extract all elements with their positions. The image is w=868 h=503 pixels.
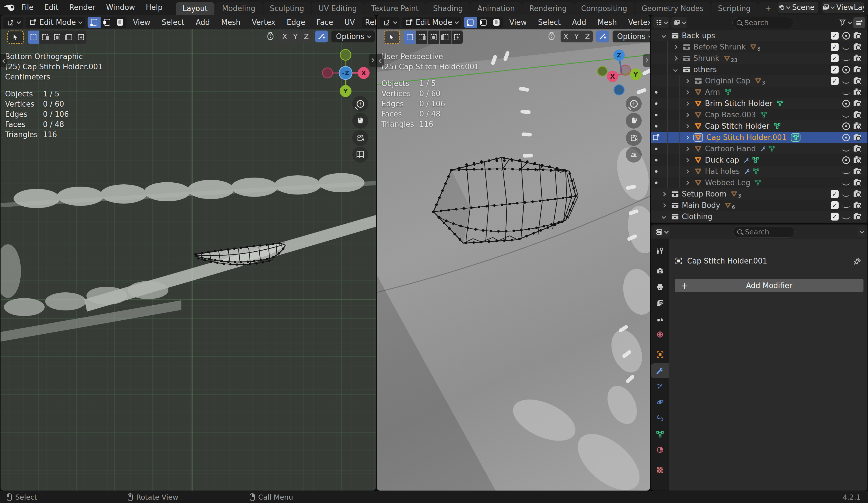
outliner-row-hat-holes[interactable]: Hat holes xyxy=(651,166,867,177)
tab-texture-paint[interactable]: Texture Paint xyxy=(364,2,425,15)
menu-select[interactable]: Select xyxy=(162,18,184,27)
edge-select-button[interactable] xyxy=(477,17,490,28)
disable-render-icon[interactable] xyxy=(851,109,863,120)
mirror-x-button[interactable]: X xyxy=(279,31,290,42)
retopoflow-dropdown[interactable]: RetopoFlow xyxy=(362,17,376,28)
menu-add[interactable]: Add xyxy=(196,18,210,27)
blender-logo-icon[interactable] xyxy=(3,2,16,12)
tab-world[interactable] xyxy=(651,327,669,342)
select-subtract-button[interactable] xyxy=(428,31,439,44)
menu-view[interactable]: View xyxy=(133,18,150,27)
exclude-checkbox[interactable] xyxy=(829,200,840,211)
tab-uv-editing[interactable]: UV Editing xyxy=(312,2,364,15)
mode-dropdown[interactable]: Edit Mode xyxy=(402,17,461,28)
expand-icon[interactable] xyxy=(685,147,690,151)
hide-icon[interactable] xyxy=(840,53,851,64)
outliner-row-original-cap[interactable]: Original Cap 3 xyxy=(651,75,867,87)
add-workspace-button[interactable]: + xyxy=(758,2,778,15)
tab-scripting[interactable]: Scripting xyxy=(711,2,757,15)
disable-render-icon[interactable] xyxy=(851,41,863,53)
expand-icon[interactable] xyxy=(685,135,690,140)
vertex-select-button[interactable] xyxy=(464,17,477,28)
select-set-button[interactable] xyxy=(28,31,39,44)
pin-icon[interactable] xyxy=(853,257,861,265)
tab-shading[interactable]: Shading xyxy=(426,2,470,15)
disable-render-icon[interactable] xyxy=(851,75,863,87)
tab-render[interactable] xyxy=(651,263,669,278)
tab-geometry-nodes[interactable]: Geometry Nodes xyxy=(635,2,710,15)
hide-icon[interactable] xyxy=(840,211,851,222)
menu-uv[interactable]: UV xyxy=(344,18,355,27)
pan-button[interactable] xyxy=(626,113,642,129)
exclude-checkbox[interactable] xyxy=(829,211,840,222)
scene-icon[interactable] xyxy=(778,2,789,13)
expand-icon[interactable] xyxy=(662,214,666,219)
disable-render-icon[interactable] xyxy=(851,132,863,143)
expand-icon[interactable] xyxy=(673,45,678,49)
exclude-checkbox[interactable] xyxy=(829,64,840,75)
mirror-z-button[interactable]: Z xyxy=(301,31,312,42)
menu-mesh[interactable]: Mesh xyxy=(221,18,240,27)
hide-icon[interactable] xyxy=(840,41,851,53)
disable-render-icon[interactable] xyxy=(851,64,863,75)
outliner-row-main-body[interactable]: Main Body 6 xyxy=(651,200,867,211)
menu-file[interactable]: File xyxy=(16,0,39,15)
select-subtract-button[interactable] xyxy=(51,31,63,44)
viewport-right[interactable]: Edit Mode View Select Add Mesh Vertex Ed… xyxy=(377,15,650,491)
tab-layout[interactable]: Layout xyxy=(176,2,214,15)
tab-modifiers[interactable] xyxy=(651,363,669,378)
viewlayer-icon[interactable] xyxy=(822,2,834,13)
select-set-button[interactable] xyxy=(404,31,415,44)
hide-icon[interactable] xyxy=(840,200,851,211)
disable-render-icon[interactable] xyxy=(851,154,863,166)
disable-render-icon[interactable] xyxy=(851,166,863,177)
hide-icon[interactable] xyxy=(840,109,851,120)
mode-dropdown[interactable]: Edit Mode xyxy=(26,17,85,28)
expand-icon[interactable] xyxy=(685,124,690,128)
expand-icon[interactable] xyxy=(673,67,678,72)
select-difference-button[interactable] xyxy=(440,31,451,44)
menu-help[interactable]: Help xyxy=(141,0,168,15)
options-dropdown[interactable]: Options xyxy=(331,31,375,42)
disable-render-icon[interactable] xyxy=(851,200,863,211)
editor-type-button[interactable] xyxy=(3,17,23,28)
tab-compositing[interactable]: Compositing xyxy=(575,2,634,15)
select-intersect-button[interactable] xyxy=(452,31,463,44)
exclude-checkbox[interactable] xyxy=(829,41,840,53)
tweak-tool-button[interactable] xyxy=(7,31,24,44)
outliner-row-clothing[interactable]: Clothing xyxy=(651,211,867,222)
expand-icon[interactable] xyxy=(685,90,690,94)
camera-view-button[interactable] xyxy=(626,130,642,146)
tab-modeling[interactable]: Modeling xyxy=(215,2,262,15)
outliner-row-setup-room[interactable]: Setup Room 3 xyxy=(651,188,867,200)
properties-options-button[interactable] xyxy=(858,227,865,237)
tab-texture[interactable] xyxy=(651,463,669,477)
toggle-persp-button[interactable] xyxy=(626,147,642,163)
disable-render-icon[interactable] xyxy=(851,143,863,154)
viewlayer-name[interactable]: ViewLayer xyxy=(834,3,864,12)
mirror-y-button[interactable]: Y xyxy=(290,31,301,42)
exclude-checkbox[interactable] xyxy=(829,30,840,41)
hide-icon[interactable] xyxy=(840,98,851,109)
outliner-row-webbed-leg[interactable]: Webbed Leg xyxy=(651,177,867,188)
menu-vertex[interactable]: Vertex xyxy=(252,18,276,27)
expand-icon[interactable] xyxy=(685,180,690,185)
scene-name[interactable]: Scene xyxy=(789,3,817,12)
expand-icon[interactable] xyxy=(685,112,690,117)
tab-object-data[interactable] xyxy=(651,427,669,442)
hide-icon[interactable] xyxy=(840,188,851,200)
hide-icon[interactable] xyxy=(840,177,851,188)
filter-button[interactable] xyxy=(839,19,851,26)
outliner-row-duck-cap[interactable]: Duck cap xyxy=(651,154,867,166)
pan-button[interactable] xyxy=(352,113,368,129)
outliner-row-arm[interactable]: Arm xyxy=(651,87,867,98)
disable-render-icon[interactable] xyxy=(851,53,863,64)
proportional-edit-button[interactable] xyxy=(596,31,609,42)
outliner-row-cap-base-003[interactable]: Cap Base.003 xyxy=(651,109,867,120)
mirror-z-button[interactable]: Z xyxy=(582,31,593,42)
toggle-ortho-button[interactable] xyxy=(352,147,368,163)
mirror-y-button[interactable]: Y xyxy=(571,31,582,42)
tab-material[interactable] xyxy=(651,442,669,457)
outliner-row-cap-stitch-holder[interactable]: Cap Stitch Holder xyxy=(651,120,867,132)
camera-view-button[interactable] xyxy=(352,130,368,146)
